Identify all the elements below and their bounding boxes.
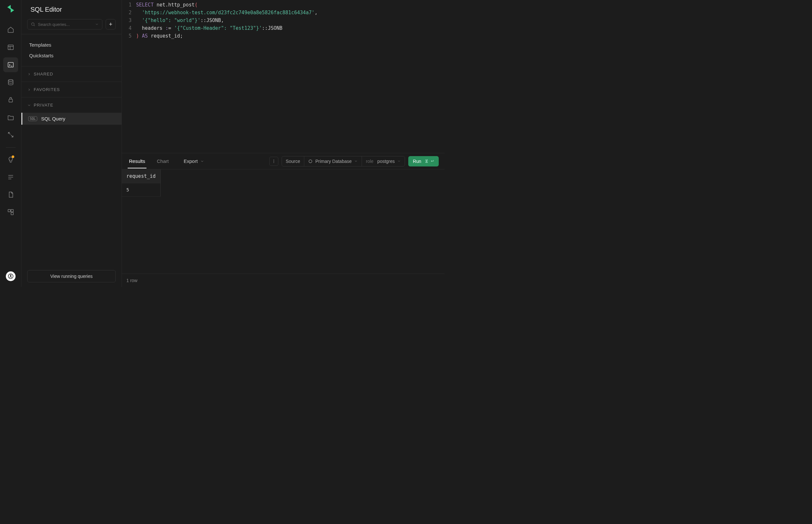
code-content: SELECT net.http_post( xyxy=(136,1,198,9)
logo-icon[interactable] xyxy=(5,3,16,14)
line-number: 3 xyxy=(122,17,136,24)
nav-home-icon[interactable] xyxy=(3,22,18,37)
nav-account-icon[interactable] xyxy=(6,272,16,281)
chevron-down-icon xyxy=(200,159,204,163)
role-selector[interactable]: role postgres xyxy=(362,157,405,166)
line-number: 4 xyxy=(122,24,136,32)
nav-api-icon[interactable] xyxy=(3,205,18,219)
section-favorites-label: FAVORITES xyxy=(34,87,60,92)
svg-rect-6 xyxy=(11,210,13,212)
export-button[interactable]: Export xyxy=(184,158,204,164)
chevron-right-icon xyxy=(27,88,31,92)
row-count-footer: 1 row xyxy=(122,274,445,287)
svg-point-10 xyxy=(273,159,274,160)
command-icon xyxy=(425,159,429,163)
section-shared-label: SHARED xyxy=(34,71,53,77)
svg-rect-0 xyxy=(8,45,13,50)
export-label: Export xyxy=(184,158,198,164)
section-private[interactable]: PRIVATE xyxy=(21,97,122,113)
editor-line: 3 '{"hello": "world"}'::JSONB, xyxy=(122,17,445,24)
nav-advisor-icon[interactable] xyxy=(3,152,18,167)
svg-point-11 xyxy=(273,161,274,162)
line-number: 5 xyxy=(122,32,136,40)
table-cell: 5 xyxy=(122,183,161,197)
run-shortcut xyxy=(425,159,434,163)
notification-dot xyxy=(12,155,14,158)
code-content: ) AS request_id; xyxy=(136,32,183,40)
nav-reports-icon[interactable] xyxy=(3,187,18,202)
tab-results[interactable]: Results xyxy=(128,154,146,168)
nav-edge-icon[interactable] xyxy=(3,127,18,142)
query-item-label: SQL Query xyxy=(41,116,65,121)
svg-point-2 xyxy=(8,80,13,82)
svg-point-7 xyxy=(10,275,11,276)
role-label: role xyxy=(366,159,373,164)
chevron-down-icon xyxy=(397,159,401,163)
more-options-button[interactable] xyxy=(269,157,278,166)
code-editor[interactable]: 1SELECT net.http_post(2 'https://webhook… xyxy=(122,0,445,153)
nav-logs-icon[interactable] xyxy=(3,170,18,185)
source-selector: Source Primary Database role postgres xyxy=(282,156,405,166)
search-input[interactable] xyxy=(38,22,92,27)
svg-rect-5 xyxy=(11,212,13,215)
sidebar: SQL Editor + Templates Quickstarts SHARE… xyxy=(21,0,122,287)
search-input-wrapper[interactable] xyxy=(27,19,102,30)
templates-link[interactable]: Templates xyxy=(29,39,114,50)
run-label: Run xyxy=(413,159,421,164)
nav-sql-editor-icon[interactable] xyxy=(3,57,18,72)
svg-rect-3 xyxy=(9,99,12,102)
svg-point-12 xyxy=(273,162,274,163)
nav-table-icon[interactable] xyxy=(3,40,18,55)
svg-rect-1 xyxy=(8,63,13,67)
view-running-queries-button[interactable]: View running queries xyxy=(27,270,116,282)
editor-line: 5) AS request_id; xyxy=(122,32,445,40)
code-content: headers := '{"Custom-Header": "Test123"}… xyxy=(136,24,283,32)
enter-icon xyxy=(430,159,434,163)
nav-database-icon[interactable] xyxy=(3,75,18,90)
main: 1SELECT net.http_post(2 'https://webhook… xyxy=(122,0,445,287)
section-shared[interactable]: SHARED xyxy=(21,66,122,82)
code-content: '{"hello": "world"}'::JSONB, xyxy=(136,17,224,24)
results-table: request_id5 xyxy=(122,169,445,197)
editor-line: 1SELECT net.http_post( xyxy=(122,1,445,9)
source-label-seg[interactable]: Source xyxy=(282,157,304,166)
circle-icon xyxy=(308,159,313,164)
results-toolbar: Results Chart Export Source Primary Data… xyxy=(122,153,445,169)
rail-divider xyxy=(6,147,16,148)
editor-line: 4 headers := '{"Custom-Header": "Test123… xyxy=(122,24,445,32)
query-item[interactable]: SQL SQL Query xyxy=(21,113,122,125)
new-query-button[interactable]: + xyxy=(106,19,116,30)
chevron-down-icon xyxy=(95,22,99,26)
nav-auth-icon[interactable] xyxy=(3,92,18,107)
primary-db-selector[interactable]: Primary Database xyxy=(304,157,362,166)
chevron-down-icon xyxy=(27,103,31,107)
chevron-down-icon xyxy=(354,159,358,163)
line-number: 2 xyxy=(122,9,136,17)
primary-db-label: Primary Database xyxy=(315,159,352,164)
role-value: postgres xyxy=(378,159,395,164)
nav-storage-icon[interactable] xyxy=(3,110,18,125)
chevron-right-icon xyxy=(27,72,31,76)
column-header[interactable]: request_id xyxy=(122,169,161,183)
code-content: 'https://webhook-test.com/d23fc2c749e0a8… xyxy=(136,9,318,17)
svg-point-9 xyxy=(31,23,34,25)
line-number: 1 xyxy=(122,1,136,9)
editor-line: 2 'https://webhook-test.com/d23fc2c749e0… xyxy=(122,9,445,17)
source-label: Source xyxy=(286,159,300,164)
section-favorites[interactable]: FAVORITES xyxy=(21,82,122,97)
quickstarts-link[interactable]: Quickstarts xyxy=(29,50,114,61)
page-title: SQL Editor xyxy=(21,0,122,19)
search-icon xyxy=(31,22,35,27)
svg-point-13 xyxy=(309,160,312,163)
icon-rail xyxy=(0,0,21,287)
run-button[interactable]: Run xyxy=(408,156,439,166)
section-private-label: PRIVATE xyxy=(34,103,53,108)
svg-rect-4 xyxy=(8,210,10,212)
more-vertical-icon xyxy=(272,159,276,164)
table-row[interactable]: 5 xyxy=(122,183,445,197)
sql-badge-icon: SQL xyxy=(28,116,37,121)
tab-chart[interactable]: Chart xyxy=(156,154,170,168)
